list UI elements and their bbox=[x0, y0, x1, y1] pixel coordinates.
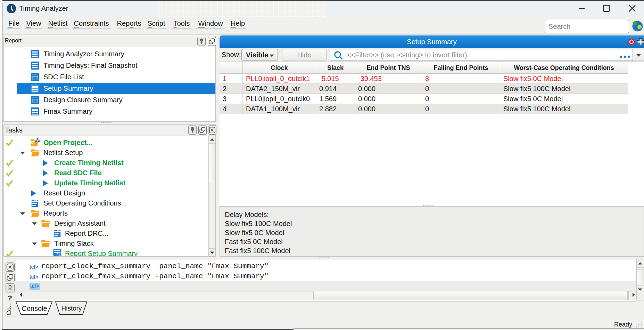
svg-text:Console: Console bbox=[22, 305, 47, 312]
svg-text:History: History bbox=[61, 305, 82, 312]
